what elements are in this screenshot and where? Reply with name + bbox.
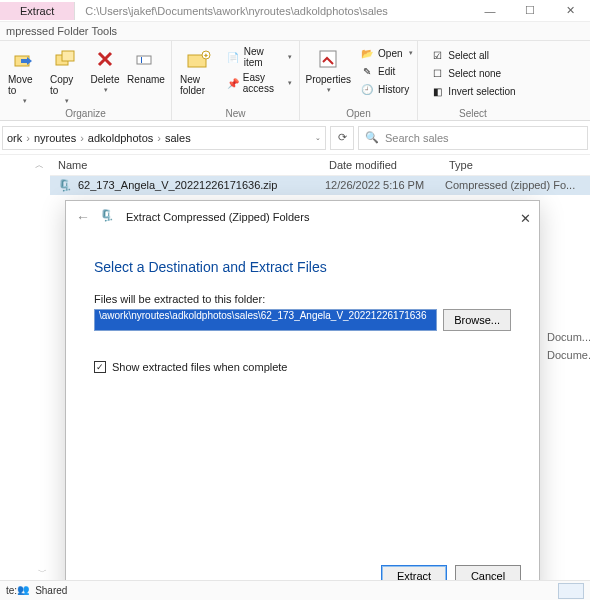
- edit-button[interactable]: ✎Edit: [357, 63, 415, 79]
- shared-icon: 👥: [17, 584, 31, 598]
- svg-text:✦: ✦: [203, 52, 209, 59]
- minimize-button[interactable]: —: [470, 0, 510, 22]
- row-type-peek: Docume...: [547, 349, 590, 361]
- chevron-down-icon: ▾: [65, 97, 69, 105]
- refresh-button[interactable]: ⟳: [330, 126, 354, 150]
- file-date: 12/26/2022 5:16 PM: [325, 179, 445, 192]
- chevron-right-icon: ›: [22, 132, 34, 144]
- status-prefix: te:: [6, 585, 17, 596]
- zip-icon: 🗜️: [58, 179, 74, 192]
- group-open: Open: [346, 107, 370, 120]
- new-item-icon: 📄: [227, 50, 240, 64]
- chevron-down-icon: ▾: [288, 53, 292, 61]
- browse-button[interactable]: Browse...: [443, 309, 511, 331]
- crumb-3[interactable]: sales: [165, 132, 191, 144]
- search-input[interactable]: 🔍 Search sales: [358, 126, 588, 150]
- chevron-right-icon: ›: [153, 132, 165, 144]
- ribbon-subtitle: mpressed Folder Tools: [0, 22, 590, 41]
- chevron-down-icon[interactable]: ⌄: [315, 134, 321, 142]
- status-bar: te: 👥 Shared: [0, 580, 590, 600]
- file-name: 62_173_Angela_V_20221226171636.zip: [78, 179, 325, 192]
- group-organize: Organize: [65, 107, 106, 120]
- chevron-down-icon: ▾: [23, 97, 27, 105]
- shared-label: Shared: [35, 585, 67, 596]
- group-new: New: [225, 107, 245, 120]
- extract-dialog: ← 🗜️ Extract Compressed (Zipped) Folders…: [65, 200, 540, 598]
- close-button[interactable]: ✕: [550, 0, 590, 22]
- chevron-down-icon: ▾: [327, 86, 331, 94]
- select-all-button[interactable]: ☑Select all: [427, 47, 518, 63]
- show-files-label: Show extracted files when complete: [112, 361, 287, 373]
- column-date[interactable]: Date modified: [325, 155, 445, 175]
- show-files-checkbox[interactable]: ✓: [94, 361, 106, 373]
- new-folder-icon: ✦: [185, 45, 213, 73]
- window-path: C:\Users\jakef\Documents\awork\nyroutes\…: [75, 5, 470, 17]
- delete-button[interactable]: Delete▾: [87, 43, 123, 96]
- copy-to-icon: [52, 45, 80, 73]
- scroll-down-icon[interactable]: ﹀: [38, 566, 47, 579]
- maximize-button[interactable]: ☐: [510, 0, 550, 22]
- dialog-close-button[interactable]: ✕: [520, 211, 531, 226]
- ribbon: Move to▾ Copy to▾ Delete▾ Rename Organiz…: [0, 41, 590, 121]
- select-none-icon: ☐: [430, 66, 444, 80]
- history-button[interactable]: 🕘History: [357, 81, 415, 97]
- scroll-up-icon[interactable]: ︿: [35, 159, 44, 172]
- new-folder-button[interactable]: ✦ New folder: [176, 43, 222, 98]
- delete-icon: [91, 45, 119, 73]
- open-button[interactable]: 📂Open▾: [357, 45, 415, 61]
- group-select: Select: [459, 107, 487, 120]
- chevron-down-icon: ▾: [104, 86, 108, 94]
- properties-button[interactable]: Properties▾: [301, 43, 355, 96]
- svg-rect-3: [137, 56, 151, 64]
- move-to-button[interactable]: Move to▾: [4, 43, 44, 107]
- select-all-icon: ☑: [430, 48, 444, 62]
- properties-icon: [314, 45, 342, 73]
- rename-button[interactable]: Rename: [125, 43, 167, 87]
- easy-access-icon: 📌: [227, 76, 239, 90]
- crumb-0[interactable]: ork: [7, 132, 22, 144]
- easy-access-button[interactable]: 📌Easy access▾: [224, 71, 295, 95]
- invert-selection-button[interactable]: ◧Invert selection: [427, 83, 518, 99]
- zip-folder-icon: 🗜️: [100, 209, 116, 225]
- new-item-button[interactable]: 📄New item▾: [224, 45, 295, 69]
- ribbon-tab-extract[interactable]: Extract: [0, 2, 75, 20]
- chevron-down-icon: ▾: [409, 49, 413, 57]
- crumb-1[interactable]: nyroutes: [34, 132, 76, 144]
- dialog-heading: Select a Destination and Extract Files: [94, 259, 511, 275]
- back-button[interactable]: ←: [76, 209, 90, 225]
- svg-rect-4: [141, 57, 142, 63]
- chevron-down-icon: ▾: [288, 79, 292, 87]
- crumb-2[interactable]: adkoldphotos: [88, 132, 153, 144]
- column-name[interactable]: Name: [50, 155, 325, 175]
- invert-icon: ◧: [430, 84, 444, 98]
- open-icon: 📂: [360, 46, 374, 60]
- edit-icon: ✎: [360, 64, 374, 78]
- copy-to-button[interactable]: Copy to▾: [46, 43, 85, 107]
- file-row[interactable]: 🗜️ 62_173_Angela_V_20221226171636.zip 12…: [50, 176, 590, 195]
- search-icon: 🔍: [365, 131, 379, 144]
- destination-path-input[interactable]: \awork\nyroutes\adkoldphotos\sales\62_17…: [94, 309, 437, 331]
- history-icon: 🕘: [360, 82, 374, 96]
- column-type[interactable]: Type: [445, 155, 590, 175]
- row-type-peek: Docum...: [547, 331, 590, 343]
- file-type: Compressed (zipped) Fo...: [445, 179, 575, 192]
- breadcrumb[interactable]: ork› nyroutes› adkoldphotos› sales ⌄: [2, 126, 326, 150]
- move-to-icon: [10, 45, 38, 73]
- details-view-button[interactable]: [558, 583, 584, 599]
- select-none-button[interactable]: ☐Select none: [427, 65, 518, 81]
- svg-rect-2: [62, 51, 74, 61]
- dialog-title: Extract Compressed (Zipped) Folders: [126, 211, 309, 223]
- dialog-label: Files will be extracted to this folder:: [94, 293, 511, 305]
- search-placeholder: Search sales: [385, 132, 449, 144]
- chevron-right-icon: ›: [76, 132, 88, 144]
- rename-icon: [132, 45, 160, 73]
